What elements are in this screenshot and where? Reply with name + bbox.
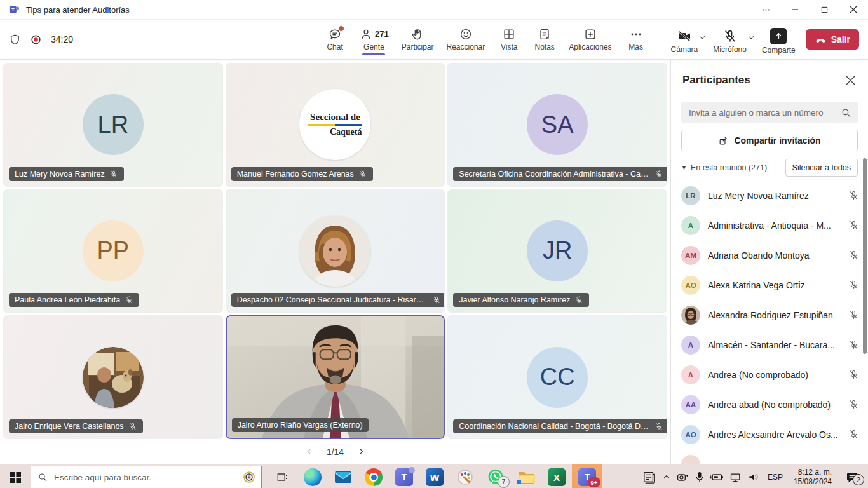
participant-count: 271	[375, 29, 389, 39]
chat-notification-dot	[338, 25, 344, 32]
list-item[interactable]: A Andrea (No comprobado)	[681, 360, 862, 390]
excel-taskbar-icon[interactable]: X	[541, 464, 572, 488]
video-tile-coordinacion[interactable]: CC Coordinación Nacional Calidad - Bogot…	[447, 315, 667, 439]
tray-time: 8:12 a. m.	[794, 468, 832, 477]
list-item[interactable]: LR Luz Mery Novoa Ramírez	[681, 180, 862, 210]
window-more-button[interactable]	[751, 0, 780, 19]
clock[interactable]: 8:12 a. m. 15/08/2024	[791, 468, 834, 487]
whatsapp-badge: 7	[498, 476, 510, 488]
avatar: SA	[527, 94, 588, 155]
tab-people[interactable]: 271 Gente	[355, 24, 393, 55]
windows-taskbar: Escribe aquí para buscar. T W 7 X	[0, 464, 868, 488]
word-taskbar-icon[interactable]: W	[419, 464, 450, 488]
list-item[interactable]: Alexandra Rodriguez Estupiñan	[681, 300, 862, 330]
share-control[interactable]: Comparte	[762, 25, 796, 55]
tab-more[interactable]: Más	[620, 24, 652, 55]
video-tile-javier[interactable]: JR Javier Alfonso Naranjo Ramirez	[447, 189, 667, 313]
video-tile-luz-mery[interactable]: LR Luz Mery Novoa Ramírez	[3, 63, 223, 187]
avatar: AM	[681, 246, 700, 265]
whatsapp-taskbar-icon[interactable]: 7	[480, 464, 511, 488]
share-invitation-button[interactable]: Compartir invitación	[681, 130, 858, 151]
video-tile-manuel[interactable]: Seccional de Caquetá Manuel Fernando Gom…	[226, 63, 445, 187]
video-tile-paula[interactable]: PP Paula Andrea Leon Piedrahita	[3, 189, 223, 313]
participant-name-pill: Manuel Fernando Gomez Arenas	[231, 167, 373, 181]
taskbar-search-box[interactable]: Escribe aquí para buscar.	[31, 466, 262, 488]
maximize-button[interactable]	[810, 0, 839, 19]
mic-off-icon	[848, 220, 859, 231]
teams-app-icon: T	[9, 4, 20, 15]
close-panel-icon[interactable]	[841, 71, 859, 89]
list-item[interactable]: AA Andrea abad (No comprobado)	[681, 390, 862, 419]
taskbar-search-placeholder: Escribe aquí para buscar.	[54, 473, 237, 482]
tab-react[interactable]: Reaccionar	[442, 24, 490, 55]
tray-network-icon[interactable]	[729, 472, 742, 482]
mail-taskbar-icon[interactable]	[328, 464, 358, 488]
language-indicator[interactable]: ESP	[765, 473, 785, 482]
invite-search-box[interactable]	[681, 102, 858, 123]
teams-classic-taskbar-icon[interactable]: T	[389, 464, 419, 488]
participant-name-pill: Coordinación Nacional Calidad - Bogotá -…	[453, 419, 667, 433]
close-button[interactable]	[839, 0, 868, 19]
video-stage: LR Luz Mery Novoa Ramírez Seccional de C…	[0, 60, 670, 464]
video-tile-jairo-enrique[interactable]: Jairo Enrique Vera Castellanos	[3, 315, 223, 439]
tray-date: 15/08/2024	[794, 477, 832, 487]
participant-name-pill: Luz Mery Novoa Ramírez	[9, 167, 124, 181]
profile-photo	[299, 215, 370, 287]
tray-power-icon[interactable]	[710, 473, 724, 482]
mic-chevron-icon[interactable]	[747, 33, 756, 42]
window-title: Tips para atender Auditorías	[26, 5, 130, 15]
list-item[interactable]	[681, 449, 862, 464]
invite-search-input[interactable]	[688, 107, 841, 118]
participant-name-pill: Secretaría Oficina Coordinación Administ…	[453, 167, 667, 181]
tab-notes[interactable]: Notas	[529, 24, 560, 55]
tab-view[interactable]: Vista	[493, 24, 525, 55]
camera-control[interactable]: Cámara	[671, 25, 707, 54]
list-item[interactable]: A Administrativa - Antioquia - M...	[681, 210, 862, 240]
video-tile-jairo-arturo-speaking[interactable]: Jairo Arturo Riaño Vargas (Externo)	[226, 315, 445, 439]
prev-page-button[interactable]	[302, 445, 316, 459]
in-meeting-section-header[interactable]: ▼ En esta reunión (271)	[681, 163, 785, 172]
teams-new-taskbar-icon-active[interactable]: T 9+	[572, 464, 602, 488]
start-button[interactable]	[0, 464, 31, 488]
mic-off-icon	[848, 250, 859, 261]
search-icon	[37, 472, 48, 482]
camera-chevron-icon[interactable]	[698, 33, 707, 42]
list-item[interactable]: AO Alexa Katrina Vega Ortiz	[681, 270, 862, 300]
leave-button[interactable]: Salir	[806, 29, 859, 50]
mic-off-icon	[574, 295, 583, 304]
tab-raise-hand[interactable]: Participar	[397, 24, 438, 55]
tray-expand-chevron-icon[interactable]	[662, 473, 671, 482]
paint-taskbar-icon[interactable]	[450, 464, 480, 488]
mic-off-icon	[722, 29, 738, 44]
tray-volume-icon[interactable]	[748, 472, 759, 482]
tray-camera-icon[interactable]	[677, 472, 689, 482]
list-item[interactable]: AM Adriana Obando Montoya	[681, 240, 862, 270]
video-tile-secretaria[interactable]: SA Secretaría Oficina Coordinación Admin…	[447, 63, 667, 187]
tab-chat[interactable]: Chat	[319, 24, 351, 55]
minimize-button[interactable]	[780, 0, 810, 19]
profile-photo	[83, 347, 144, 408]
panel-scrollbar[interactable]	[863, 158, 867, 354]
avatar-photo	[681, 306, 700, 325]
video-tile-despacho[interactable]: Despacho 02 Consejo Seccional Judicatura…	[226, 189, 445, 313]
tab-apps[interactable]: Aplicaciones	[564, 24, 616, 55]
next-page-button[interactable]	[354, 445, 368, 459]
grid-pagination: 1/14	[0, 439, 670, 464]
mute-all-button[interactable]: Silenciar a todos	[785, 159, 858, 177]
mic-off-icon	[848, 399, 859, 410]
list-item[interactable]: AO Andres Alexsaindre Arevalo Os...	[681, 419, 862, 449]
news-widget-icon[interactable]	[642, 471, 656, 484]
chrome-taskbar-icon[interactable]	[358, 464, 389, 488]
edge-taskbar-icon[interactable]	[297, 464, 328, 488]
file-explorer-taskbar-icon[interactable]	[511, 464, 541, 488]
avatar	[681, 455, 700, 464]
svg-text:T: T	[11, 6, 15, 12]
action-center-button[interactable]: 2	[840, 464, 865, 488]
mic-off-icon	[848, 280, 859, 290]
tray-mic-icon[interactable]	[695, 471, 704, 483]
participant-name-pill: Despacho 02 Consejo Seccional Judicatura…	[231, 293, 445, 307]
avatar: AA	[681, 395, 700, 414]
mic-control[interactable]: Micrófono	[713, 25, 756, 54]
list-item[interactable]: A Almacén - Santander - Bucara...	[681, 330, 862, 360]
task-view-button[interactable]	[267, 464, 297, 488]
